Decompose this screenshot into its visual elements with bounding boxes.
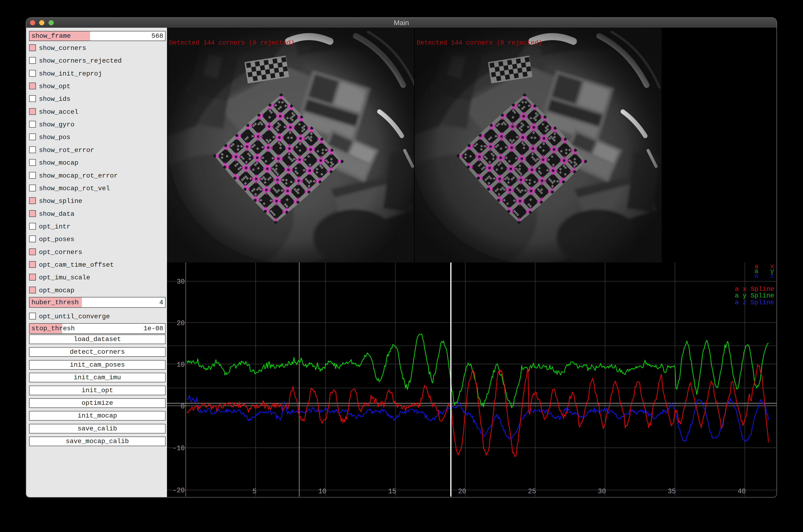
svg-text:20: 20 (458, 488, 466, 495)
svg-text:20: 20 (177, 320, 185, 327)
svg-text:10: 10 (318, 488, 326, 495)
svg-text:-20: -20 (173, 487, 185, 494)
svg-text:15: 15 (388, 488, 396, 495)
svg-text:Detected 144 corners (0 reject: Detected 144 corners (0 rejected) (169, 39, 294, 46)
svg-text:a x Spline: a x Spline (735, 285, 774, 293)
svg-text:30: 30 (598, 488, 606, 495)
svg-text:a y Spline: a y Spline (735, 292, 774, 299)
svg-text:35: 35 (668, 488, 676, 495)
svg-text:a z Spline: a z Spline (735, 299, 774, 306)
svg-text:25: 25 (528, 488, 536, 495)
svg-text:10: 10 (177, 361, 185, 369)
svg-text:Detected 144 corners (0 reject: Detected 144 corners (0 rejected) (417, 39, 542, 46)
svg-text:-10: -10 (173, 444, 185, 452)
svg-text:30: 30 (177, 278, 185, 286)
svg-text:40: 40 (738, 488, 746, 495)
svg-text:0: 0 (181, 403, 185, 411)
svg-text:a z: a z (754, 272, 774, 280)
svg-text:5: 5 (253, 488, 256, 495)
